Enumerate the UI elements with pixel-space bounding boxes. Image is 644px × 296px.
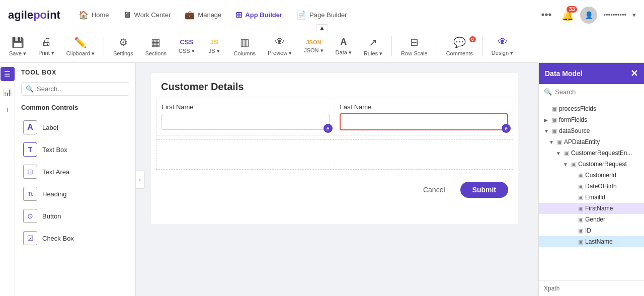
tool-label-text: Label (42, 124, 58, 131)
toolbar-comments[interactable]: 💬 Comments 0 (441, 33, 478, 59)
firstname-drag-handle[interactable]: e (324, 124, 333, 133)
dm-label-dataSource: dataSource (559, 127, 590, 134)
toolbox-title: TOOL BOX (21, 69, 129, 76)
nav-workcenter[interactable]: 🖥 Work Center (117, 7, 177, 24)
nav-home[interactable]: 🏠 Home (72, 6, 115, 24)
lastname-drag-handle[interactable]: e (502, 124, 511, 133)
columns-icon: ▥ (240, 36, 250, 48)
dm-node-APDataEntity[interactable]: ▼ ▣ APDataEntity (539, 136, 644, 147)
tool-label[interactable]: A Label (21, 116, 129, 138)
toolbox-search-input[interactable] (37, 85, 125, 93)
submit-button[interactable]: Submit (460, 182, 508, 198)
tool-checkbox[interactable]: ☑ Check Box (21, 227, 129, 249)
dm-arrow-CustomerRequestEn: ▼ (556, 151, 561, 156)
tool-textarea[interactable]: ⊡ Text Area (21, 161, 129, 183)
pagebuilder-icon: 📄 (296, 10, 306, 20)
search-icon: 🔍 (544, 88, 552, 96)
toolbar-print[interactable]: 🖨 Print ▾ (33, 33, 59, 59)
nav-appbuilder[interactable]: ⊞ App Builder (229, 6, 288, 24)
appbuilder-icon: ⊞ (235, 10, 242, 20)
toolbar-clipboard[interactable]: ✏️ Clipboard ▾ (61, 33, 100, 60)
rules-icon: ↗ (369, 36, 377, 48)
toolbar-rowscale[interactable]: ⊟ Row Scale (396, 33, 433, 59)
dm-label-Gender: Gender (585, 216, 605, 223)
dm-label-LastName: LastName (585, 238, 613, 245)
toolbar-settings[interactable]: ⚙ Settings (108, 33, 138, 59)
dm-node-EmailId[interactable]: ▣ EmailId (539, 192, 644, 203)
tool-textbox[interactable]: T Text Box (21, 138, 129, 161)
form-canvas: Customer Details First Name e Last Name … (151, 73, 518, 224)
toolbar-sections[interactable]: ▦ Sections (140, 33, 172, 59)
notification-button[interactable]: 🔔 33 (561, 9, 574, 21)
preview-icon: 👁 (275, 36, 285, 48)
columns-label: Columns (234, 50, 256, 56)
design-icon: 👁 (498, 36, 508, 48)
sidebar-icon-forms[interactable]: ☰ (1, 67, 15, 81)
dm-node-processFields[interactable]: ▣ processFields (539, 103, 644, 114)
dm-node-ID[interactable]: ▣ ID (539, 225, 644, 236)
lastname-input[interactable] (340, 114, 508, 130)
toolbar-design[interactable]: 👁 Design ▾ (487, 33, 518, 59)
dm-icon-FirstName: ▣ (578, 205, 583, 212)
dm-node-DateOfBirth[interactable]: ▣ DateOfBirth (539, 181, 644, 192)
tool-textarea-text: Text Area (42, 168, 69, 176)
clipboard-label: Clipboard ▾ (66, 50, 95, 57)
toolbar-divider-2 (391, 36, 392, 56)
dm-icon-EmailId: ▣ (578, 194, 583, 201)
toolbox-panel: TOOL BOX 🔍 Common Controls A Label T Tex… (15, 63, 136, 296)
save-label: Save ▾ (9, 50, 26, 57)
dm-node-formFields[interactable]: ▶ ▣ formFields (539, 114, 644, 125)
tool-button[interactable]: ⊙ Button (21, 205, 129, 227)
dm-node-dataSource[interactable]: ▼ ▣ dataSource (539, 125, 644, 136)
dm-node-CustomerRequest[interactable]: ▼ ▣ CustomerRequest (539, 159, 644, 170)
dm-label-CustomerRequestEn: CustomerRequestEn... (571, 150, 632, 157)
user-name[interactable]: •••••••••• (603, 11, 626, 19)
tool-heading[interactable]: Tt Heading (21, 183, 129, 205)
dm-node-LastName[interactable]: ▣ LastName (539, 236, 644, 247)
dm-icon-LastName: ▣ (578, 239, 583, 245)
form-col-empty-1 (156, 140, 335, 169)
rules-label: Rules ▾ (364, 50, 382, 57)
dm-icon-formFields: ▣ (552, 117, 557, 123)
nav-pagebuilder[interactable]: 📄 Page Builder (290, 6, 353, 24)
dm-node-FirstName[interactable]: ▣ FirstName (539, 203, 644, 214)
sidebar-icon-chart[interactable]: 📊 (1, 85, 15, 99)
user-dropdown-icon[interactable]: ▾ (632, 11, 636, 19)
data-model-close-button[interactable]: ✕ (630, 68, 638, 79)
toolbar-js[interactable]: JS JS ▾ (202, 35, 227, 57)
dm-label-DateOfBirth: DateOfBirth (585, 183, 617, 190)
nav-workcenter-label: Work Center (134, 11, 171, 19)
firstname-label: First Name (162, 103, 330, 111)
design-label: Design ▾ (492, 50, 513, 56)
dm-arrow-CustomerRequest: ▼ (563, 162, 568, 167)
dm-node-CustomerRequestEn[interactable]: ▼ ▣ CustomerRequestEn... (539, 147, 644, 159)
form-col-lastname: Last Name e (335, 98, 513, 135)
toolbar-rules[interactable]: ↗ Rules ▾ (359, 33, 387, 60)
data-model-search-input[interactable] (555, 88, 639, 96)
toolbar-preview[interactable]: 👁 Preview ▾ (263, 33, 297, 59)
toolbar-save[interactable]: 💾 Save ▾ (4, 33, 31, 60)
toolbox-search[interactable]: 🔍 (21, 82, 129, 96)
print-label: Print ▾ (38, 50, 54, 56)
dm-label-CustomerId: CustomerId (585, 172, 616, 179)
dm-label-formFields: formFields (559, 116, 587, 123)
toolbar-css[interactable]: CSS CSS ▾ (174, 35, 200, 57)
sections-icon: ▦ (151, 36, 160, 48)
toolbar-data[interactable]: A Data ▾ (331, 34, 357, 59)
css-icon: CSS (180, 38, 193, 46)
tool-label-icon: A (23, 120, 37, 134)
firstname-input[interactable] (162, 114, 330, 130)
dm-icon-ID: ▣ (578, 228, 583, 234)
data-model-tree: ▣ processFields ▶ ▣ formFields ▼ ▣ dataS… (539, 100, 644, 280)
toolbar-collapse-arrow[interactable]: ▲ (316, 24, 328, 31)
sidebar-icon-user[interactable]: T (1, 103, 15, 117)
toolbar-columns[interactable]: ▥ Columns (229, 33, 261, 59)
dm-node-CustomerId[interactable]: ▣ CustomerId (539, 170, 644, 181)
cancel-button[interactable]: Cancel (413, 182, 455, 198)
nav-more-dots[interactable]: ••• (537, 7, 555, 23)
dm-node-Gender[interactable]: ▣ Gender (539, 214, 644, 225)
toolbar-json[interactable]: JSON JSON ▾ (299, 36, 328, 57)
nav-manage[interactable]: 💼 Manage (179, 6, 227, 24)
rowscale-label: Row Scale (401, 50, 428, 56)
collapse-toolbox-button[interactable]: ‹ (136, 171, 145, 189)
